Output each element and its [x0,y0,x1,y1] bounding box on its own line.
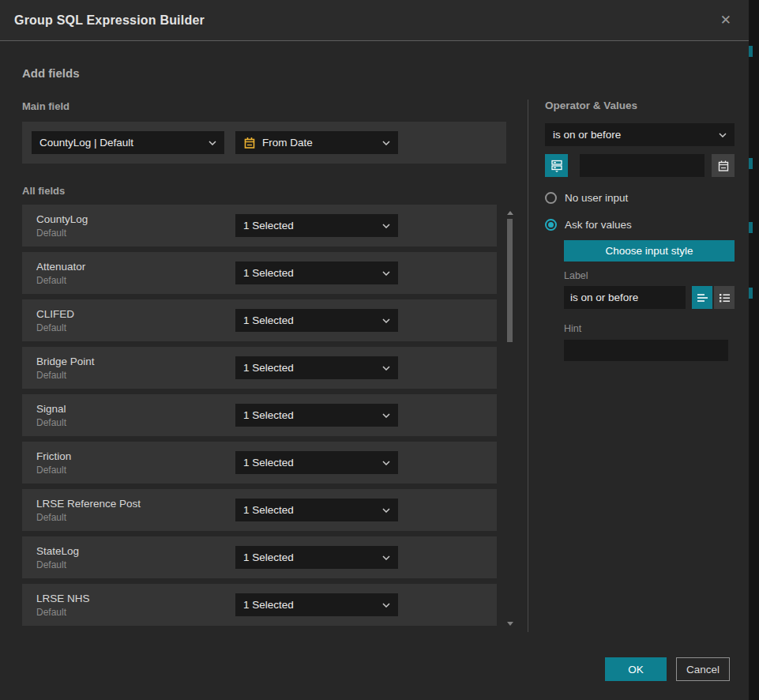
field-values-dropdown[interactable]: 1 Selected [235,546,398,569]
field-row: LRSE Reference Post Default 1 Selected [22,489,497,531]
close-button[interactable]: ✕ [717,10,735,30]
calendar-icon [717,160,730,172]
dropdown-value: CountyLog | Default [39,137,202,149]
radio-icon [545,192,557,204]
align-left-icon [697,293,708,303]
field-sublabel: Default [36,370,235,381]
field-values-dropdown[interactable]: 1 Selected [235,593,398,616]
label-caption: Label [564,270,735,281]
operator-dropdown[interactable]: is on or before [545,123,735,146]
dropdown-value: 1 Selected [243,504,376,516]
dropdown-value: 1 Selected [243,362,376,374]
background-app-strip [749,0,759,700]
calendar-icon [243,137,256,149]
list-icon [719,293,731,303]
chevron-down-icon [382,555,390,560]
field-name: StateLog [36,545,235,557]
field-row-text: Bridge Point Default [36,356,235,381]
main-field-dropdown[interactable]: From Date [235,131,398,154]
main-field-panel: CountyLog | Default From Date [22,122,506,164]
panel-divider [528,100,528,632]
field-sublabel: Default [36,607,235,618]
field-values-dropdown[interactable]: 1 Selected [235,499,398,521]
field-row-text: CLIFED Default [36,308,235,333]
main-field-label: Main field [22,100,70,112]
field-name: LRSE NHS [36,593,235,604]
field-row-text: LRSE NHS Default [36,593,235,618]
field-sublabel: Default [36,512,235,523]
dialog-title: Group SQL Expression Builder [14,13,205,28]
dropdown-value: 1 Selected [243,314,376,326]
dropdown-value: is on or before [553,129,712,141]
list-scrollbar[interactable] [506,205,513,628]
chevron-down-icon [382,271,390,276]
dropdown-value: 1 Selected [243,457,376,469]
chevron-down-icon [382,413,390,418]
chevron-down-icon [382,141,390,145]
source-layer-dropdown[interactable]: CountyLog | Default [32,131,224,154]
ok-button[interactable]: OK [605,657,667,681]
hint-input[interactable] [564,340,728,361]
chevron-down-icon [382,318,390,323]
field-row: CLIFED Default 1 Selected [22,299,497,341]
dropdown-value: 1 Selected [243,599,376,611]
scroll-down-arrow-icon[interactable] [506,622,513,628]
value-row [545,154,735,177]
field-name: Attenuator [36,261,235,273]
field-sublabel: Default [36,228,235,239]
date-picker-button[interactable] [712,154,735,177]
dropdown-value: 1 Selected [243,551,376,563]
field-name: Friction [36,450,235,462]
screen: Group SQL Expression Builder ✕ Add field… [0,0,759,700]
field-sublabel: Default [36,559,235,570]
operator-values-panel: Operator & Values is on or before [545,95,735,361]
field-name: LRSE Reference Post [36,498,235,510]
field-values-dropdown[interactable]: 1 Selected [235,356,398,379]
chevron-down-icon [382,508,390,513]
list-style-button[interactable] [714,286,735,309]
field-row-text: StateLog Default [36,545,235,570]
chevron-down-icon [382,461,390,465]
field-row-text: Attenuator Default [36,261,235,286]
radio-label: Ask for values [565,219,632,231]
field-row: LRSE NHS Default 1 Selected [22,584,497,626]
dropdown-value: 1 Selected [243,220,376,231]
field-row: Attenuator Default 1 Selected [22,252,497,294]
background-app-fragment [749,158,753,169]
label-input[interactable] [564,286,686,309]
chevron-down-icon [719,133,727,137]
background-app-fragment [749,288,753,299]
field-values-dropdown[interactable]: 1 Selected [235,451,398,474]
field-row: Signal Default 1 Selected [22,394,497,436]
scroll-thumb[interactable] [507,219,513,342]
all-fields-label: All fields [22,185,65,197]
field-values-dropdown[interactable]: 1 Selected [235,309,398,332]
cancel-button[interactable]: Cancel [676,657,730,681]
field-name: Bridge Point [36,356,235,367]
dropdown-value: From Date [262,137,370,149]
value-input[interactable] [580,154,705,177]
choose-input-style-button[interactable]: Choose input style [564,240,735,262]
field-sublabel: Default [36,275,235,286]
dialog-titlebar: Group SQL Expression Builder ✕ [0,0,749,41]
field-row: StateLog Default 1 Selected [22,536,497,578]
stacked-rows-icon [550,159,563,172]
radio-ask-for-values[interactable]: Ask for values [545,219,735,231]
field-name: CountyLog [36,213,235,225]
field-sublabel: Default [36,322,235,333]
all-fields-list: CountyLog Default 1 Selected Attenuator … [22,205,497,631]
field-row: Bridge Point Default 1 Selected [22,347,497,389]
radio-no-user-input[interactable]: No user input [545,192,735,204]
field-row-text: Signal Default [36,403,235,428]
field-row-text: LRSE Reference Post Default [36,498,235,523]
field-values-dropdown[interactable]: 1 Selected [235,404,398,427]
single-line-style-button[interactable] [692,286,712,309]
field-values-dropdown[interactable]: 1 Selected [235,262,398,284]
input-type-button[interactable] [545,154,568,177]
scroll-up-arrow-icon[interactable] [506,211,513,217]
chevron-down-icon [382,366,390,371]
field-row-text: Friction Default [36,450,235,476]
field-name: Signal [36,403,235,415]
field-values-dropdown[interactable]: 1 Selected [235,214,398,237]
add-fields-heading: Add fields [22,66,80,80]
